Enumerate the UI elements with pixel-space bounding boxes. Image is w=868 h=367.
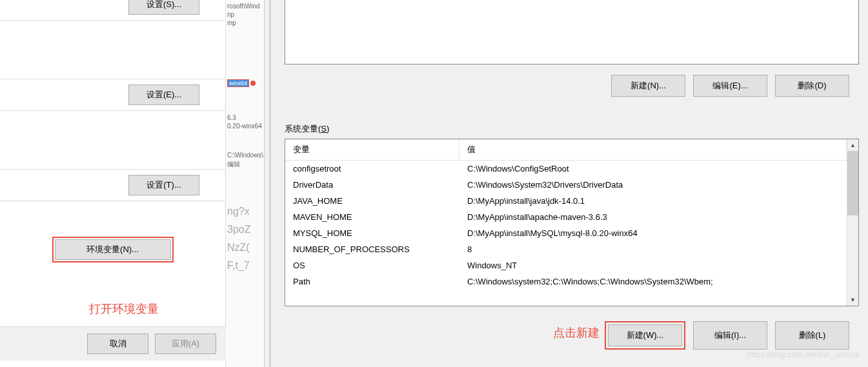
delete-system-var-button[interactable]: 删除(L) [775, 321, 849, 350]
variable-value: C:\Windows\system32;C:\Windows;C:\Window… [459, 275, 847, 288]
edit-system-var-button[interactable]: 编辑(I)... [693, 321, 767, 350]
highlighted-text: winx64 [227, 79, 249, 87]
scroll-down-icon[interactable]: ▼ [847, 294, 858, 306]
variable-value: 8 [459, 243, 847, 256]
environment-variables-button[interactable]: 环境变量(N)... [55, 239, 171, 260]
startup-section: 设置(T)... [0, 169, 225, 201]
variable-value: D:\MyApp\install\java\jdk-14.0.1 [459, 194, 847, 208]
background-panel: rosoft\Wind np mp winx64 6.3 0.20-winx64… [226, 0, 265, 367]
settings-e-button[interactable]: 设置(E)... [128, 84, 199, 105]
perf-section: 设置(S)... [0, 0, 225, 21]
table-row[interactable]: MAVEN_HOMED:\MyApp\install\apache-maven-… [285, 209, 847, 225]
apply-button: 应用(A) [155, 333, 216, 354]
scrollbar-thumb[interactable] [847, 151, 858, 215]
system-variables-label: 系统变量(S) [285, 123, 329, 135]
env-variables-dialog: 新建(N)... 编辑(E)... 删除(D) 系统变量(S) 变量 值 con… [270, 0, 867, 367]
new-system-var-button[interactable]: 新建(W)... [608, 324, 682, 346]
variable-name: MAVEN_HOME [285, 210, 459, 224]
variable-name: OS [285, 259, 459, 272]
table-row[interactable]: NUMBER_OF_PROCESSORS8 [285, 241, 847, 257]
env-button-highlight: 环境变量(N)... [52, 237, 174, 263]
variable-value: C:\Windows\System32\Drivers\DriverData [459, 178, 847, 192]
table-row[interactable]: configsetrootC:\Windows\ConfigSetRoot [285, 161, 847, 177]
column-header-name[interactable]: 变量 [285, 139, 459, 160]
variable-value: C:\Windows\ConfigSetRoot [459, 162, 847, 175]
system-var-buttons: 新建(W)... 编辑(I)... 删除(L) [605, 321, 849, 350]
scroll-up-icon[interactable]: ▲ [847, 139, 858, 151]
variable-value: Windows_NT [459, 259, 847, 272]
table-row[interactable]: DriverDataC:\Windows\System32\Drivers\Dr… [285, 177, 847, 193]
table-row[interactable]: PathC:\Windows\system32;C:\Windows;C:\Wi… [285, 273, 847, 290]
column-header-value[interactable]: 值 [459, 139, 847, 160]
watermark: https://blog.csdn.net/this_service [747, 350, 860, 359]
settings-s-button[interactable]: 设置(S)... [128, 0, 199, 15]
variable-name: Path [285, 275, 459, 288]
variable-name: NUMBER_OF_PROCESSORS [285, 243, 459, 256]
annotation-open-env: 打开环境变量 [89, 301, 159, 317]
table-header: 变量 值 [285, 139, 847, 161]
cancel-button[interactable]: 取消 [87, 333, 148, 354]
settings-t-button[interactable]: 设置(T)... [128, 175, 199, 195]
variable-name: JAVA_HOME [285, 194, 459, 208]
dialog-bottom-buttons: 取消 应用(A) [0, 326, 226, 361]
delete-user-var-button[interactable]: 删除(D) [775, 75, 849, 97]
variable-name: configsetroot [285, 162, 459, 175]
red-dot-icon [250, 81, 256, 86]
scrollbar[interactable]: ▲ ▼ [847, 139, 858, 306]
new-user-var-button[interactable]: 新建(N)... [611, 75, 685, 97]
annotation-click-new: 点击新建 [553, 325, 600, 341]
variable-name: MYSQL_HOME [285, 226, 459, 240]
table-row[interactable]: JAVA_HOMED:\MyApp\install\java\jdk-14.0.… [285, 193, 847, 209]
profile-section: 设置(E)... [0, 79, 225, 111]
new-button-highlight: 新建(W)... [605, 321, 685, 350]
system-variables-table[interactable]: 变量 值 configsetrootC:\Windows\ConfigSetRo… [285, 139, 859, 306]
table-row[interactable]: MYSQL_HOMED:\MyApp\install\MySQL\mysql-8… [285, 225, 847, 241]
edit-user-var-button[interactable]: 编辑(E)... [693, 75, 767, 97]
variable-value: D:\MyApp\install\apache-maven-3.6.3 [459, 210, 847, 224]
table-row[interactable]: OSWindows_NT [285, 257, 847, 273]
system-properties-panel: 设置(S)... 设置(E)... 设置(T)... 环境变量(N)... 打开… [0, 0, 226, 367]
variable-name: DriverData [285, 178, 459, 192]
user-variables-list[interactable] [285, 0, 859, 64]
user-var-buttons: 新建(N)... 编辑(E)... 删除(D) [611, 75, 849, 97]
variable-value: D:\MyApp\install\MySQL\mysql-8.0.20-winx… [459, 226, 847, 240]
